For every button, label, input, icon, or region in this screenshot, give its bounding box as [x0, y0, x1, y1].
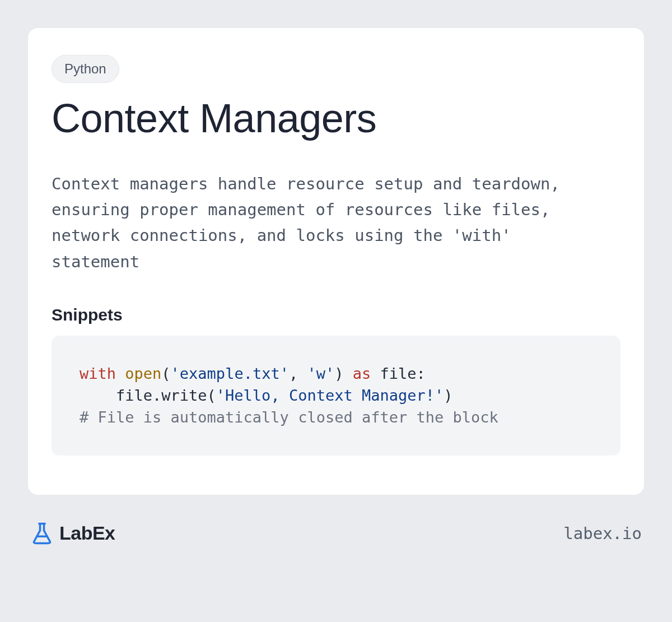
footer: LabEx labex.io: [28, 522, 644, 545]
site-url: labex.io: [563, 524, 642, 543]
page-title: Context Managers: [52, 98, 620, 140]
flask-icon: [30, 522, 54, 545]
brand-name: LabEx: [59, 522, 115, 544]
language-tag: Python: [52, 55, 119, 83]
code-snippet: with open('example.txt', 'w') as file: f…: [52, 336, 620, 455]
snippets-heading: Snippets: [52, 305, 620, 324]
description-text: Context managers handle resource setup a…: [52, 171, 589, 275]
brand: LabEx: [30, 522, 115, 545]
content-card: Python Context Managers Context managers…: [28, 28, 644, 495]
